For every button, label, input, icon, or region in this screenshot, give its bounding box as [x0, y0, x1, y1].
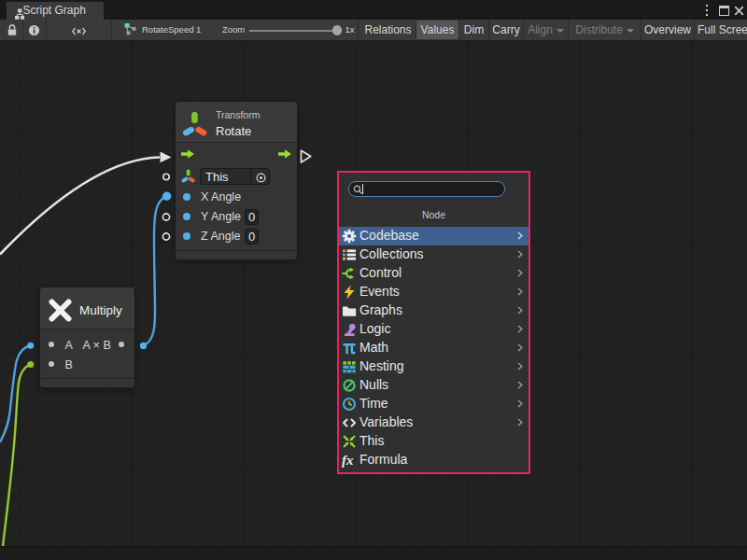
svg-text:fx: fx — [342, 453, 354, 468]
